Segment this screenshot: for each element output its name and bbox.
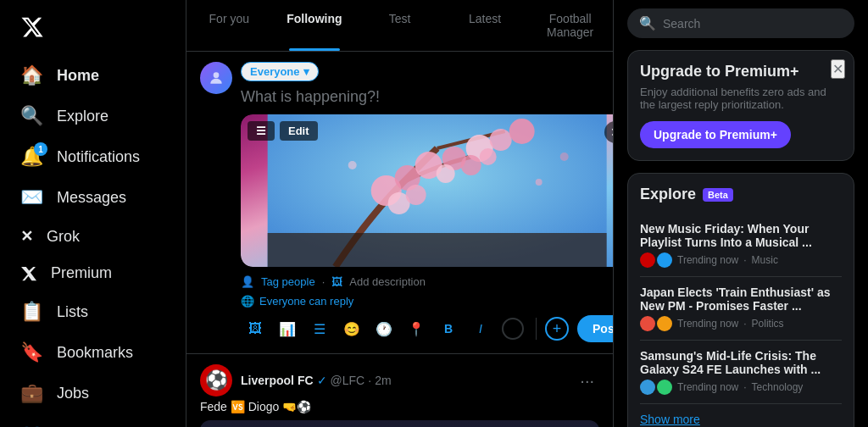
verified-badge-icon: ✓	[317, 374, 327, 387]
trend-category-2: Technology	[752, 381, 804, 393]
toolbar-divider	[536, 318, 537, 340]
tab-test-label: Test	[389, 12, 411, 25]
person-icon: 👤	[241, 275, 254, 288]
tab-football-manager[interactable]: Football Manager	[527, 0, 613, 51]
svg-point-8	[509, 119, 535, 144]
add-list-button[interactable]: ☰	[305, 314, 334, 343]
explore-title: Explore	[640, 186, 696, 203]
premium-upgrade-card: ✕ Upgrade to Premium+ Enjoy additional b…	[627, 50, 854, 161]
trend-meta-2: Trending now · Technology	[640, 380, 842, 395]
tweet-dot: ·	[368, 374, 371, 387]
post-button[interactable]: Post	[577, 315, 614, 342]
compose-right: Everyone ▾ What is happening?!	[241, 62, 614, 343]
trend-item-1[interactable]: Japan Elects 'Train Enthusiast' as New P…	[640, 277, 842, 341]
tweet-more-button[interactable]: ···	[575, 371, 599, 391]
sidebar-item-jobs[interactable]: 💼 Jobs	[10, 374, 175, 413]
add-emoji-button[interactable]: 😊	[337, 314, 366, 343]
trend-meta-1: Trending now · Politics	[640, 316, 842, 331]
svg-point-7	[490, 129, 512, 151]
globe-icon: 🌐	[241, 295, 254, 308]
compose-toolbar: 🖼 📊 ☰ 😊 🕐 📍 B I + Post	[241, 314, 614, 343]
trend-category-1: Politics	[752, 318, 784, 330]
everyone-can-reply[interactable]: 🌐 Everyone can reply	[241, 295, 614, 308]
audience-label: Everyone	[250, 65, 300, 78]
add-post-button[interactable]: +	[545, 317, 569, 341]
tag-people-link[interactable]: Tag people	[261, 275, 315, 288]
svg-point-12	[461, 155, 481, 175]
bold-button[interactable]: B	[434, 314, 463, 343]
sidebar-item-bookmarks[interactable]: 🔖 Bookmarks	[10, 333, 175, 372]
compose-avatar	[200, 62, 232, 94]
compose-image-preview: ☰ Edit ✕	[241, 114, 614, 267]
premium-card-description: Enjoy additional benefits zero ads and t…	[640, 86, 842, 111]
show-more-link[interactable]: Show more	[640, 413, 842, 426]
explore-card: Explore Beta New Music Friday: When Your…	[627, 173, 854, 427]
svg-rect-18	[231, 420, 570, 427]
tab-test[interactable]: Test	[357, 0, 442, 51]
explore-icon: 🔍	[20, 105, 43, 127]
add-image-button[interactable]: 🖼	[241, 314, 270, 343]
chevron-down-icon: ▾	[303, 65, 309, 78]
audience-selector-button[interactable]: Everyone ▾	[241, 62, 319, 81]
schedule-button[interactable]: 🕐	[370, 314, 398, 343]
svg-point-14	[348, 161, 357, 169]
trend-title-0: New Music Friday: When Your Playlist Tur…	[640, 222, 842, 249]
tab-for-you[interactable]: For you	[186, 0, 272, 51]
italic-button[interactable]: I	[466, 314, 495, 343]
communities-icon: 👥	[20, 423, 43, 427]
trend-title-2: Samsung's Mid-Life Crisis: The Galaxy S2…	[640, 349, 842, 376]
trend-status-1: Trending now	[677, 318, 738, 330]
explore-header: Explore Beta	[640, 186, 842, 203]
svg-point-15	[536, 179, 542, 186]
trend-dot-2: ·	[743, 381, 746, 393]
trend-meta-0: Trending now · Music	[640, 252, 842, 268]
search-input[interactable]	[663, 17, 843, 30]
beta-badge: Beta	[703, 188, 733, 202]
trend-dot-1: ·	[743, 318, 746, 330]
upgrade-to-premium-button[interactable]: Upgrade to Premium+	[640, 121, 791, 148]
sidebar-item-communities[interactable]: 👥 Communities	[10, 414, 175, 427]
jobs-icon: 💼	[20, 382, 43, 404]
trend-item-0[interactable]: New Music Friday: When Your Playlist Tur…	[640, 214, 842, 277]
trend-category-0: Music	[752, 254, 778, 266]
tweet-image: LFC.	[200, 420, 599, 427]
mail-icon: ✉️	[20, 186, 43, 208]
sidebar-label-explore: Explore	[57, 108, 108, 125]
trend-item-2[interactable]: Samsung's Mid-Life Crisis: The Galaxy S2…	[640, 341, 842, 404]
tweet-item[interactable]: ⚽ Liverpool FC ✓ @LFC · 2m ··· Fede 🆚 Di…	[186, 354, 613, 427]
trend-dot-0: ·	[743, 254, 746, 266]
svg-rect-17	[268, 233, 607, 267]
tab-latest[interactable]: Latest	[442, 0, 528, 51]
trend-status-0: Trending now	[677, 254, 738, 266]
tweet-handle: @LFC	[331, 374, 365, 387]
sidebar-item-messages[interactable]: ✉️ Messages	[10, 178, 175, 217]
image-edit-button[interactable]: Edit	[280, 121, 318, 141]
image-edit-grid-button[interactable]: ☰	[248, 121, 275, 141]
add-description-link[interactable]: Add description	[349, 275, 426, 288]
left-sidebar: 🏠 Home 🔍 Explore 🔔 Notifications 1 ✉️ Me…	[0, 0, 186, 427]
sidebar-item-home[interactable]: 🏠 Home	[10, 56, 175, 95]
compose-placeholder[interactable]: What is happening?!	[241, 88, 614, 106]
right-sidebar: 🔍 ✕ Upgrade to Premium+ Enjoy additional…	[614, 0, 868, 427]
svg-point-10	[406, 185, 426, 205]
lists-icon: 📋	[20, 301, 43, 323]
sidebar-label-home: Home	[57, 67, 99, 85]
premium-close-button[interactable]: ✕	[831, 59, 845, 79]
sidebar-item-notifications[interactable]: 🔔 Notifications 1	[10, 137, 175, 176]
premium-card-title: Upgrade to Premium+	[640, 63, 842, 80]
main-feed: For you Following Test Latest Football M…	[186, 0, 614, 427]
sidebar-item-grok[interactable]: ✕ Grok	[10, 219, 175, 254]
compose-meta-separator: ·	[322, 275, 326, 288]
tab-following[interactable]: Following	[272, 0, 358, 51]
add-location-button[interactable]: 📍	[402, 314, 431, 343]
x-logo[interactable]	[10, 7, 175, 51]
sidebar-item-premium[interactable]: Premium	[10, 256, 175, 291]
tweet-text: Fede 🆚 Diogo 🤜⚽	[200, 400, 599, 413]
sidebar-label-lists: Lists	[57, 303, 88, 321]
sidebar-item-explore[interactable]: 🔍 Explore	[10, 97, 175, 136]
sidebar-item-lists[interactable]: 📋 Lists	[10, 292, 175, 331]
svg-point-11	[437, 164, 455, 183]
grok-icon: ✕	[20, 227, 33, 246]
add-gif-button[interactable]: 📊	[273, 314, 302, 343]
tweet-avatar: ⚽	[200, 364, 232, 396]
